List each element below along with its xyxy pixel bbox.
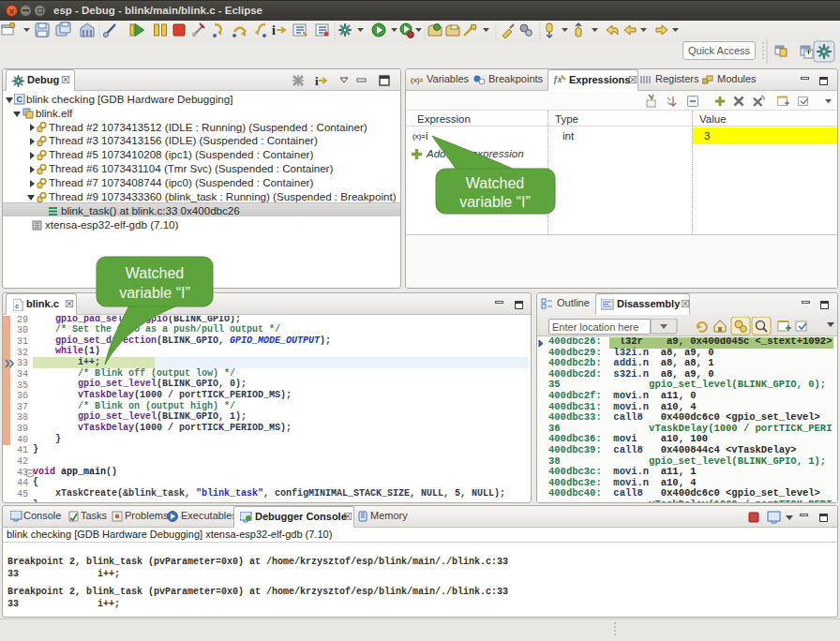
svg-text:i: i xyxy=(272,23,276,37)
svg-text:C: C xyxy=(16,95,22,104)
svg-text:Watched: Watched xyxy=(466,175,525,191)
svg-text:variable “I”: variable “I” xyxy=(119,285,190,301)
svg-text:(x)=: (x)= xyxy=(411,76,423,84)
svg-text:c: c xyxy=(15,302,20,310)
svg-text:Watched: Watched xyxy=(126,265,185,281)
svg-text:variable “I”: variable “I” xyxy=(459,194,531,210)
svg-text:i: i xyxy=(315,74,319,88)
